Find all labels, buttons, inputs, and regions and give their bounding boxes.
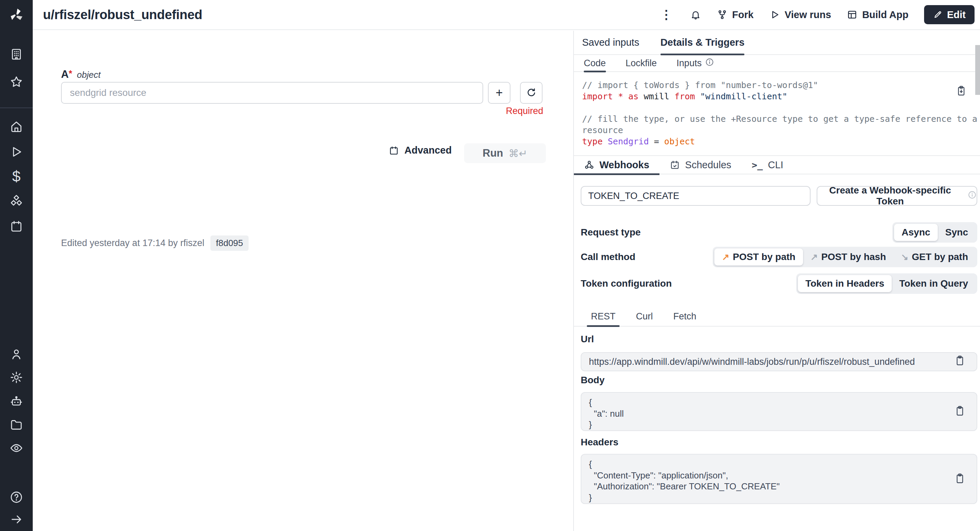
tab-schedules[interactable]: Schedules: [659, 155, 741, 174]
refresh-icon: [526, 88, 537, 98]
request-type-row: Request type Async Sync: [581, 223, 977, 242]
token-info-icon: [968, 190, 977, 202]
notifications-bell-icon[interactable]: [690, 9, 701, 20]
call-method-row: Call method ↗ POST by path ↗ POST by has…: [581, 247, 977, 266]
copy-url-icon[interactable]: [955, 355, 965, 369]
app-root: $ u/rfiszel/robust_undefine: [0, 0, 980, 531]
tab-fetch[interactable]: Fetch: [673, 307, 697, 326]
resources-cubes-icon[interactable]: [9, 193, 24, 209]
schedules-calendar-icon[interactable]: [9, 219, 24, 234]
url-value: https://app.windmill.dev/api/w/windmill-…: [589, 357, 915, 367]
call-method-toggle: ↗ POST by path ↗ POST by hash ↘ GET by p…: [713, 247, 977, 267]
panel-tabs: Saved inputs Details & Triggers: [574, 31, 980, 55]
sidebar-divider: [0, 107, 33, 108]
inputs-info-icon: [705, 58, 714, 69]
build-app-label: Build App: [862, 9, 908, 21]
tab-webhooks[interactable]: Webhooks: [574, 155, 659, 174]
body-label: Body: [581, 375, 605, 386]
headers-box: { "Content-Type": "application/json", "A…: [581, 454, 977, 504]
arrow-down-right-icon: ↘: [901, 252, 908, 262]
tab-rest[interactable]: REST: [591, 307, 616, 326]
copy-code-icon[interactable]: [956, 85, 966, 99]
arrow-up-right-icon: ↗: [811, 252, 818, 262]
play-icon: [769, 9, 780, 20]
panel-scrollbar-thumb[interactable]: [975, 45, 980, 95]
users-icon[interactable]: [9, 347, 24, 362]
script-hash-badge[interactable]: f8d095: [210, 236, 248, 251]
argument-type: object: [77, 70, 100, 80]
snippet-tabs: REST Curl Fetch: [574, 307, 980, 327]
call-method-post-by-path[interactable]: ↗ POST by path: [714, 249, 803, 266]
url-label: Url: [581, 334, 594, 344]
view-runs-label: View runs: [784, 9, 831, 21]
tab-saved-inputs[interactable]: Saved inputs: [582, 30, 640, 54]
windmill-logo[interactable]: [0, 0, 33, 30]
argument-label-row: A* object: [61, 68, 100, 81]
app-grid-icon: [847, 9, 858, 20]
token-configuration-toggle: Token in Headers Token in Query: [796, 273, 977, 294]
token-in-query[interactable]: Token in Query: [892, 275, 975, 292]
refresh-button[interactable]: [520, 82, 542, 104]
audit-logs-eye-icon[interactable]: [9, 440, 24, 456]
favorites-star-icon[interactable]: [9, 74, 24, 89]
required-asterisk: *: [68, 68, 72, 78]
token-input[interactable]: [581, 186, 811, 206]
home-icon[interactable]: [9, 119, 24, 134]
code-preview: // import { toWords } from "number-to-wo…: [574, 72, 980, 155]
edit-button[interactable]: Edit: [924, 5, 975, 24]
token-configuration-row: Token configuration Token in Headers Tok…: [581, 274, 977, 293]
tab-lockfile[interactable]: Lockfile: [626, 54, 657, 72]
body-json: { "a": null }: [581, 393, 977, 434]
top-bar: u/rfiszel/robust_undefined ⋮ Fork View r…: [33, 0, 980, 30]
workers-robot-icon[interactable]: [9, 394, 24, 409]
call-method-get-by-path[interactable]: ↘ GET by path: [893, 249, 975, 266]
tab-code[interactable]: Code: [584, 54, 606, 72]
call-method-post-by-hash[interactable]: ↗ POST by hash: [803, 249, 894, 266]
create-webhook-token-button[interactable]: Create a Webhook-specific Token: [817, 186, 977, 206]
arrow-up-right-icon: ↗: [722, 252, 729, 262]
tab-cli[interactable]: >_ CLI: [741, 155, 794, 174]
copy-body-icon[interactable]: [955, 405, 965, 418]
tab-curl[interactable]: Curl: [636, 307, 653, 326]
webhook-icon: [584, 160, 594, 170]
more-menu-kebab-icon[interactable]: ⋮: [658, 8, 675, 21]
tab-details-triggers[interactable]: Details & Triggers: [660, 30, 745, 54]
add-resource-button[interactable]: +: [488, 82, 511, 104]
request-type-sync[interactable]: Sync: [938, 224, 975, 241]
run-form: A* object + Required Advanced Run ⌘↵ Edi…: [33, 31, 573, 531]
details-panel: Saved inputs Details & Triggers Code Loc…: [574, 31, 980, 531]
code-lines: // import { toWords } from "number-to-wo…: [582, 80, 972, 147]
workspace-icon[interactable]: [9, 47, 24, 62]
tab-inputs[interactable]: Inputs: [676, 54, 714, 72]
advanced-calendar-icon: [389, 145, 399, 156]
topbar-actions: ⋮ Fork View runs Build App Edit: [658, 5, 975, 24]
request-type-async[interactable]: Async: [894, 224, 938, 241]
help-icon[interactable]: [9, 490, 24, 505]
advanced-button[interactable]: Advanced: [389, 145, 452, 156]
copy-headers-icon[interactable]: [955, 473, 965, 486]
folders-icon[interactable]: [9, 417, 24, 432]
argument-input[interactable]: [61, 82, 483, 104]
run-label: Run: [482, 147, 503, 159]
required-hint: Required: [488, 106, 543, 116]
terminal-icon: >_: [752, 160, 763, 170]
run-button[interactable]: Run ⌘↵: [464, 144, 546, 163]
url-box: https://app.windmill.dev/api/w/windmill-…: [581, 352, 977, 371]
trigger-tabs: Webhooks Schedules >_ CLI: [574, 155, 980, 174]
pencil-icon: [933, 10, 942, 19]
runs-play-icon[interactable]: [9, 144, 24, 159]
token-in-headers[interactable]: Token in Headers: [798, 275, 892, 292]
fork-button[interactable]: Fork: [717, 9, 754, 21]
headers-json: { "Content-Type": "application/json", "A…: [581, 454, 977, 507]
variables-dollar-icon[interactable]: $: [9, 169, 24, 184]
settings-gear-icon[interactable]: [9, 370, 24, 385]
edit-label: Edit: [947, 9, 966, 21]
view-runs-button[interactable]: View runs: [769, 9, 831, 21]
run-shortcut: ⌘↵: [509, 147, 528, 159]
build-app-button[interactable]: Build App: [847, 9, 908, 21]
advanced-label: Advanced: [404, 145, 452, 156]
fork-label: Fork: [732, 9, 754, 21]
page-title: u/rfiszel/robust_undefined: [43, 8, 202, 22]
request-type-toggle: Async Sync: [892, 222, 977, 242]
expand-sidebar-arrow-icon[interactable]: [9, 512, 24, 527]
